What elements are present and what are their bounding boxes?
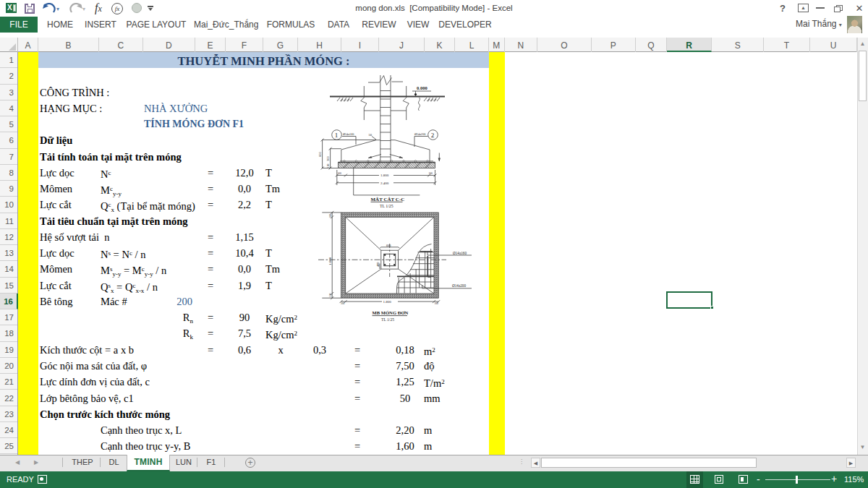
svg-text:TL 1/25: TL 1/25: [380, 204, 393, 208]
svg-text:MB MÓNG ĐƠN: MB MÓNG ĐƠN: [373, 310, 409, 315]
svg-text:1.800: 1.800: [380, 174, 389, 177]
svg-text:Ø14a200: Ø14a200: [452, 283, 466, 288]
svg-text:100: 100: [329, 214, 332, 218]
svg-text:MẮT CẮT C-C: MẮT CẮT C-C: [371, 197, 405, 202]
svg-text:50: 50: [369, 133, 373, 137]
svg-text:400: 400: [376, 262, 380, 267]
svg-text:100: 100: [327, 163, 330, 168]
svg-text:100: 100: [338, 172, 342, 175]
svg-text:0.000: 0.000: [417, 85, 427, 90]
svg-text:Ø14a160: Ø14a160: [343, 132, 354, 136]
svg-text:1: 1: [335, 132, 339, 139]
svg-text:100: 100: [429, 172, 433, 175]
svg-text:100: 100: [435, 302, 439, 305]
svg-text:600: 600: [386, 244, 391, 247]
svg-text:Ø14a200: Ø14a200: [414, 132, 425, 136]
svg-text:2.400: 2.400: [380, 181, 389, 185]
svg-text:100: 100: [329, 293, 332, 297]
svg-text:1.600: 1.600: [328, 257, 332, 265]
svg-text:2: 2: [431, 132, 435, 139]
svg-text:300: 300: [326, 156, 330, 162]
svg-text:600: 600: [318, 152, 322, 158]
svg-text:TL 1/25: TL 1/25: [381, 317, 394, 322]
svg-text:Ø14a160: Ø14a160: [453, 251, 467, 255]
svg-text:100: 100: [341, 302, 345, 305]
svg-text:1.800: 1.800: [383, 300, 392, 304]
